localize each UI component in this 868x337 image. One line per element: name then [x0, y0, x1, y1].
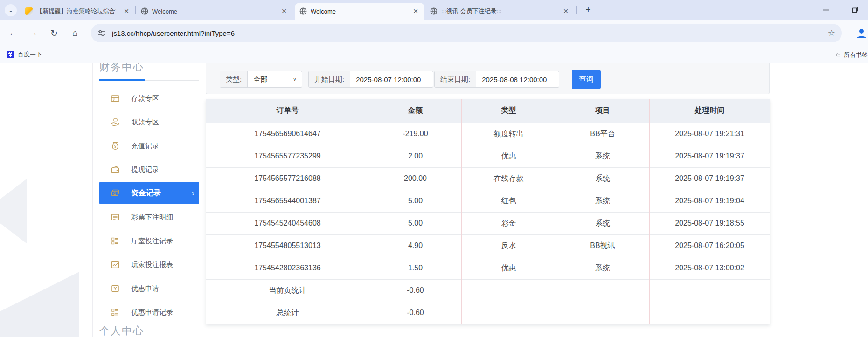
new-tab-button[interactable]: + — [582, 4, 594, 16]
sidebar-item-lottery-bet-detail[interactable]: 彩票下注明细 — [99, 206, 199, 229]
cell-project: BB平台 — [556, 123, 650, 145]
cell-order-no: 1754565577216088 — [206, 167, 369, 190]
globe-favicon — [141, 7, 148, 15]
start-date-group: 开始日期: 2025-08-07 12:00:00 — [308, 71, 433, 88]
table-row: 1754565690614647 -219.00 额度转出 BB平台 2025-… — [206, 123, 770, 145]
tab-strip: ⌄ 【新提醒】海燕策略论坛综合交 ✕ Welcome ✕ Welcome ✕ :… — [0, 0, 868, 20]
tab-search-button[interactable]: ⌄ — [5, 4, 17, 16]
watermark-triangle — [0, 272, 79, 337]
cell-label: 当前页统计 — [206, 279, 369, 302]
hand-money-icon — [111, 117, 120, 127]
deposit-card-icon — [111, 94, 120, 103]
search-button[interactable]: 查询 — [572, 70, 601, 89]
sidebar-item-funds-record[interactable]: 资金记录 › — [99, 182, 199, 204]
minimize-icon — [823, 7, 829, 13]
url-text[interactable]: js13.cc/hhcp/usercenter.html?iniType=6 — [112, 29, 235, 37]
site-settings-icon[interactable] — [97, 29, 105, 37]
address-bar[interactable]: js13.cc/hhcp/usercenter.html?iniType=6 ☆ — [91, 24, 842, 42]
wallet-icon — [111, 165, 120, 174]
type-select[interactable]: 全部 ˅ — [248, 71, 302, 87]
sidebar-item-label: 资金记录 — [131, 188, 161, 198]
close-tab-icon[interactable]: ✕ — [411, 7, 420, 15]
sidebar-item-label: 充值记录 — [131, 142, 159, 151]
cell-amount: 5.00 — [369, 212, 462, 234]
cell-project: 系统 — [556, 145, 650, 167]
sidebar-item-withdraw-zone[interactable]: 取款专区 — [99, 110, 199, 134]
cell-project: 系统 — [556, 167, 650, 190]
filter-panel: 类型: 全部 ˅ 开始日期: 2025-08-07 12:00:00 结束日期:… — [206, 63, 770, 94]
reload-button[interactable]: ↻ — [46, 25, 62, 41]
cell-amount: 2.00 — [369, 145, 462, 167]
browser-tab-4[interactable]: :::视讯 会员下注纪录::: ✕ — [425, 3, 575, 20]
sidebar-item-promo-apply[interactable]: 优惠申请 — [99, 277, 199, 300]
start-date-input[interactable]: 2025-08-07 12:00:00 — [350, 71, 433, 87]
restore-icon — [852, 7, 858, 13]
sidebar-item-label: 厅室投注记录 — [131, 237, 173, 246]
browser-toolbar: ← → ↻ ⌂ js13.cc/hhcp/usercenter.html?ini… — [0, 20, 868, 47]
minimize-button[interactable] — [819, 5, 833, 15]
restore-button[interactable] — [848, 5, 862, 15]
cell-order-no: 1754545240454608 — [206, 212, 369, 234]
table-row: 1754565577235299 2.00 优惠 系统 2025-08-07 1… — [206, 145, 770, 167]
tab-separator — [576, 6, 577, 14]
column-header-amount: 金额 — [369, 99, 462, 123]
forward-button[interactable]: → — [25, 25, 41, 41]
table-row-page-total: 当前页统计 -0.60 — [206, 279, 770, 302]
tab-title: 【新提醒】海燕策略论坛综合交 — [36, 7, 116, 15]
cell-time: 2025-08-07 16:20:05 — [650, 234, 770, 257]
browser-tab-2[interactable]: Welcome ✕ — [136, 3, 293, 20]
cell-type: 红包 — [462, 190, 556, 212]
folder-icon — [836, 51, 840, 58]
sidebar-item-promo-apply-record[interactable]: 优惠申请记录 — [99, 301, 199, 324]
close-tab-icon[interactable]: ✕ — [280, 7, 288, 15]
cell-amount: 1.50 — [369, 257, 462, 279]
sidebar-item-label: 取款专区 — [131, 118, 159, 127]
page-content: 财务中心 存款专区 取款专区 充值记录 提现记录 资金记录 › 彩票下注明细 厅… — [0, 63, 868, 337]
cell-amount: -0.60 — [369, 302, 462, 324]
end-date-group: 结束日期: 2025-08-08 12:00:00 — [434, 71, 559, 88]
cell-type: 彩金 — [462, 212, 556, 234]
close-tab-icon[interactable]: ✕ — [562, 7, 570, 15]
back-button[interactable]: ← — [5, 25, 21, 41]
cell-project: 系统 — [556, 257, 650, 279]
type-label: 类型: — [220, 71, 248, 87]
sidebar-item-deposit-zone[interactable]: 存款专区 — [99, 87, 199, 110]
cell-time: 2025-08-07 19:18:55 — [650, 212, 770, 234]
cell-empty — [650, 302, 770, 324]
bookmark-star-icon[interactable]: ☆ — [828, 28, 835, 38]
coupon-icon — [111, 284, 120, 293]
table-row: 1754542802363136 1.50 优惠 系统 2025-08-07 1… — [206, 257, 770, 279]
baidu-favicon — [7, 51, 14, 58]
cell-order-no: 1754565690614647 — [206, 123, 369, 145]
sidebar-item-withdrawal-record[interactable]: 提现记录 — [99, 158, 199, 181]
close-tab-icon[interactable]: ✕ — [122, 7, 131, 15]
cell-type: 反水 — [462, 234, 556, 257]
tab-separator — [135, 6, 136, 14]
globe-favicon — [430, 7, 437, 15]
sidebar-item-player-bet-report[interactable]: 玩家投注报表 — [99, 253, 199, 276]
cell-type: 在线存款 — [462, 167, 556, 190]
bookmark-label: 百度一下 — [18, 50, 42, 59]
cell-amount: 4.90 — [369, 234, 462, 257]
cell-time: 2025-08-07 19:19:37 — [650, 167, 770, 190]
money-bag-icon — [111, 141, 120, 151]
bookmark-baidu[interactable]: 百度一下 — [4, 48, 45, 61]
watermark-triangle — [0, 179, 27, 244]
end-date-input[interactable]: 2025-08-08 12:00:00 — [476, 71, 559, 87]
cell-amount: -0.60 — [369, 279, 462, 302]
sidebar-item-recharge-record[interactable]: 充值记录 — [99, 134, 199, 158]
cell-amount: 5.00 — [369, 190, 462, 212]
browser-tab-1[interactable]: 【新提醒】海燕策略论坛综合交 ✕ — [21, 3, 135, 20]
list-items-icon — [111, 236, 120, 246]
cell-empty — [462, 302, 556, 324]
sidebar-item-hall-bet-record[interactable]: 厅室投注记录 — [99, 229, 199, 253]
column-header-project: 项目 — [556, 99, 650, 123]
sidebar-item-label: 优惠申请 — [131, 284, 159, 293]
home-button[interactable]: ⌂ — [67, 25, 83, 41]
browser-tab-3-active[interactable]: Welcome ✕ — [295, 3, 424, 20]
cell-order-no: 1754542802363136 — [206, 257, 369, 279]
list-card-icon — [111, 213, 120, 222]
all-bookmarks-button[interactable]: 所有书签 — [833, 47, 868, 63]
profile-avatar-icon[interactable] — [855, 27, 868, 40]
chart-report-icon — [111, 260, 120, 269]
